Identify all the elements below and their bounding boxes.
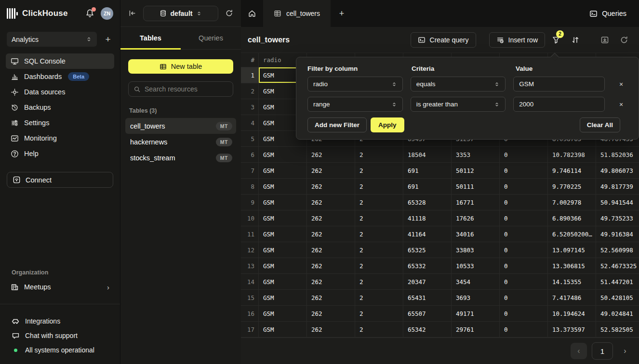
grid-cell[interactable]: 52.560998 [596, 242, 639, 258]
system-status[interactable]: All systems operational [7, 343, 113, 357]
table-list-item[interactable]: hackernews MT [125, 134, 236, 150]
avatar[interactable]: ZN [101, 7, 113, 20]
grid-cell[interactable]: 262 [307, 306, 355, 321]
grid-cell[interactable]: 65325 [403, 242, 452, 258]
insert-row-button[interactable]: Insert row [489, 32, 545, 48]
search-resources[interactable] [128, 81, 233, 97]
grid-cell[interactable]: 14.15355 [548, 274, 596, 289]
grid-cell[interactable]: 7.002978 [548, 195, 596, 210]
grid-cell[interactable]: 52.582505 [596, 322, 639, 337]
workspace-selector[interactable]: Analytics [7, 32, 97, 47]
grid-cell[interactable]: 3693 [452, 290, 500, 305]
grid-cell[interactable]: 262 [307, 226, 355, 242]
filter-criteria-select[interactable]: equals [411, 77, 506, 91]
grid-cell[interactable]: 34016 [452, 226, 500, 242]
grid-cell[interactable]: GSM [259, 258, 307, 273]
refresh-table-button[interactable] [616, 32, 632, 48]
database-selector[interactable]: default [143, 6, 218, 21]
grid-cell[interactable]: 262 [307, 322, 355, 337]
grid-cell[interactable]: 9.746114 [548, 163, 596, 178]
grid-cell[interactable]: 2 [355, 258, 403, 273]
grid-cell[interactable]: 262 [307, 290, 355, 305]
grid-cell[interactable]: 262 [307, 210, 355, 226]
queries-button[interactable]: Queries [577, 0, 639, 27]
sidebar-item-backups[interactable]: Backups [6, 100, 114, 115]
current-page[interactable]: 1 [592, 342, 613, 360]
grid-cell[interactable]: 0 [500, 163, 548, 178]
previous-page-button[interactable]: ‹ [571, 343, 587, 359]
grid-cell[interactable]: 691 [403, 179, 452, 194]
grid-cell[interactable]: 6.890366 [548, 210, 596, 226]
grid-cell[interactable]: 18504 [403, 147, 452, 162]
grid-cell[interactable]: 10533 [452, 258, 500, 273]
grid-cell[interactable]: 0 [500, 274, 548, 289]
grid-cell[interactable]: 13.306815 [548, 258, 596, 273]
grid-cell[interactable]: 262 [307, 179, 355, 194]
grid-cell[interactable]: 0 [500, 226, 548, 242]
grid-cell[interactable]: 51.447201 [596, 274, 639, 289]
remove-filter-button[interactable]: × [615, 80, 627, 88]
notifications-button[interactable] [85, 9, 95, 18]
grid-cell[interactable]: GSM [259, 210, 307, 226]
grid-cell[interactable]: 0 [500, 147, 548, 162]
home-button[interactable] [241, 0, 263, 27]
new-table-button[interactable]: New table [128, 59, 233, 74]
grid-cell[interactable]: 691 [403, 163, 452, 178]
grid-cell[interactable]: 65431 [403, 290, 452, 305]
grid-cell[interactable]: 50112 [452, 163, 500, 178]
grid-cell[interactable]: 0 [500, 306, 548, 321]
sidebar-item-data-sources[interactable]: Data sources [6, 84, 114, 100]
grid-cell[interactable]: 20347 [403, 274, 452, 289]
grid-cell[interactable]: 0 [500, 242, 548, 258]
grid-cell[interactable]: GSM [259, 195, 307, 210]
filter-column-select[interactable]: range [307, 97, 403, 112]
grid-cell[interactable]: 49171 [452, 306, 500, 321]
grid-cell[interactable]: 0 [500, 195, 548, 210]
grid-cell[interactable]: 49.806073 [596, 163, 639, 178]
grid-cell[interactable]: 2 [355, 274, 403, 289]
grid-cell[interactable]: 65342 [403, 322, 452, 337]
remove-filter-button[interactable]: × [615, 101, 627, 108]
tab-tables[interactable]: Tables [120, 27, 181, 49]
sidebar-item-monitoring[interactable]: Monitoring [6, 130, 114, 146]
filter-button[interactable]: 2 [548, 32, 564, 48]
search-input[interactable] [145, 85, 228, 93]
grid-cell[interactable]: 2 [355, 179, 403, 194]
grid-cell[interactable]: 2 [355, 290, 403, 305]
add-filter-button[interactable]: Add new Filter [307, 117, 367, 132]
grid-cell[interactable]: 0 [500, 258, 548, 273]
grid-cell[interactable]: 2 [355, 163, 403, 178]
grid-cell[interactable]: 10.194624 [548, 306, 596, 321]
grid-cell[interactable]: 13.097145 [548, 242, 596, 258]
grid-cell[interactable]: GSM [259, 147, 307, 162]
column-header-index[interactable]: # [241, 53, 259, 67]
grid-cell[interactable]: GSM [259, 274, 307, 289]
grid-cell[interactable]: 16771 [452, 195, 500, 210]
grid-cell[interactable]: 29761 [452, 322, 500, 337]
clickhouse-logo[interactable]: ClickHouse [7, 8, 68, 19]
tab-queries[interactable]: Queries [181, 27, 241, 49]
grid-cell[interactable]: 50.428105 [596, 290, 639, 305]
apply-filter-button[interactable]: Apply [371, 117, 404, 132]
grid-cell[interactable]: 0 [500, 179, 548, 194]
grid-cell[interactable]: 41118 [403, 210, 452, 226]
filter-value-input[interactable] [513, 77, 605, 91]
grid-cell[interactable]: 49.024841 [596, 306, 639, 321]
refresh-tables-button[interactable] [225, 9, 233, 17]
sidebar-item-settings[interactable]: Settings [6, 115, 114, 130]
new-tab-button[interactable]: + [331, 0, 353, 27]
table-list-item[interactable]: cell_towers MT [125, 118, 236, 134]
next-page-button[interactable]: › [618, 347, 632, 355]
grid-cell[interactable]: GSM [259, 290, 307, 305]
grid-cell[interactable]: 50111 [452, 179, 500, 194]
grid-cell[interactable]: GSM [259, 306, 307, 321]
grid-cell[interactable]: 3454 [452, 274, 500, 289]
grid-cell[interactable]: 2 [355, 210, 403, 226]
grid-cell[interactable]: 33803 [452, 242, 500, 258]
collapse-panel-button[interactable] [128, 9, 136, 17]
grid-cell[interactable]: 262 [307, 163, 355, 178]
grid-cell[interactable]: 49.817739 [596, 179, 639, 194]
grid-cell[interactable]: 50.941544 [596, 195, 639, 210]
grid-cell[interactable]: 51.852036 [596, 147, 639, 162]
grid-cell[interactable]: 262 [307, 258, 355, 273]
